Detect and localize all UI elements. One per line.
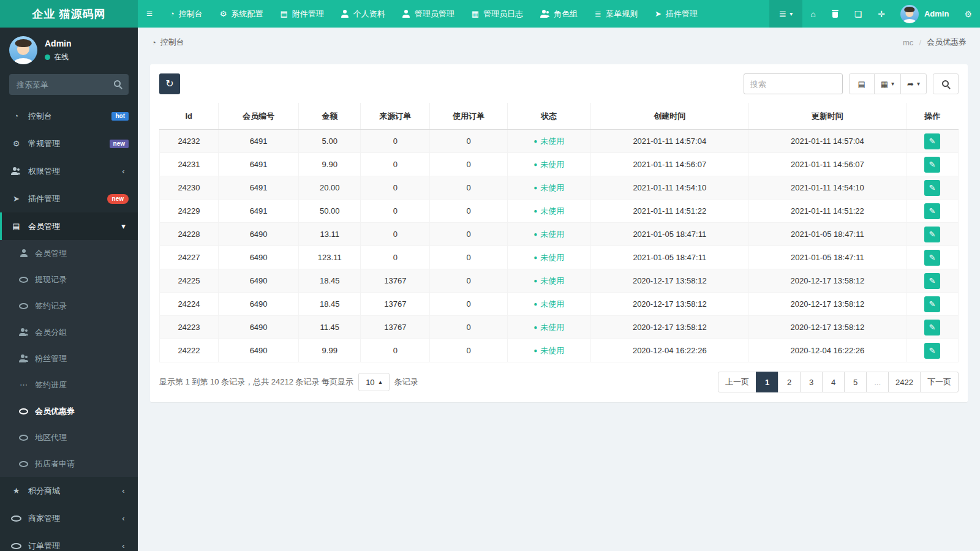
- cell-member_no: 6491: [218, 153, 298, 176]
- brand-logo[interactable]: 企业 猫源码网: [0, 0, 138, 28]
- edit-button[interactable]: ✎: [924, 250, 940, 266]
- pencil-icon: ✎: [929, 323, 936, 331]
- edit-button[interactable]: ✎: [924, 157, 940, 173]
- document-button[interactable]: ❏: [846, 0, 870, 28]
- breadcrumb-home[interactable]: ◔ 控制台: [151, 37, 184, 48]
- sidebar-subitem-label: 签约进度: [35, 380, 67, 391]
- cell-member_no: 6490: [218, 293, 298, 316]
- expand-button[interactable]: ✛: [870, 0, 893, 28]
- edit-button[interactable]: ✎: [924, 227, 940, 242]
- user-icon: [19, 249, 28, 257]
- nav-item-system-config[interactable]: ⚙系统配置: [211, 0, 272, 28]
- column-header-3[interactable]: 来源订单: [361, 103, 430, 130]
- edit-button[interactable]: ✎: [924, 296, 940, 312]
- sidebar-item-area-agent[interactable]: 地区代理: [0, 424, 138, 451]
- sidebar-subitem-label: 提现记录: [35, 274, 67, 285]
- column-header-0[interactable]: Id: [160, 103, 219, 130]
- cell-actions: ✎: [907, 339, 959, 362]
- sidebar-item-member-group[interactable]: 会员分组: [0, 319, 138, 345]
- pagination-page-2[interactable]: 2: [778, 372, 801, 392]
- cell-status: ●未使用: [507, 269, 590, 293]
- column-header-1[interactable]: 会员编号: [218, 103, 298, 130]
- export-button[interactable]: ➦▾: [900, 73, 927, 94]
- table-search-input[interactable]: [744, 73, 843, 94]
- submenu-member: 会员管理提现记录签约记录会员分组粉丝管理⋯签约进度会员优惠券地区代理拓店者申请: [0, 240, 138, 477]
- sidebar-item-member-manage[interactable]: 会员管理: [0, 240, 138, 266]
- pagination-page-3[interactable]: 3: [800, 372, 823, 392]
- pencil-icon: ✎: [929, 137, 936, 145]
- cell-use_order: 0: [430, 293, 507, 316]
- column-header-2[interactable]: 金额: [299, 103, 361, 130]
- column-header-5[interactable]: 状态: [507, 103, 590, 130]
- column-header-8[interactable]: 操作: [907, 103, 959, 130]
- sidebar-item-auth[interactable]: 权限管理‹: [0, 157, 138, 185]
- sidebar-item-console[interactable]: ◔控制台hot: [0, 102, 138, 130]
- pagination-next[interactable]: 下一页: [920, 372, 959, 392]
- nav-item-menu-rule[interactable]: ≣菜单规则: [586, 0, 646, 28]
- nav-item-role-group[interactable]: 角色组: [532, 0, 586, 28]
- settings-button[interactable]: ⚙: [956, 0, 980, 28]
- edit-button[interactable]: ✎: [924, 203, 940, 219]
- sidebar-item-addon[interactable]: ➤插件管理new: [0, 185, 138, 212]
- sidebar-item-shop-apply[interactable]: 拓店者申请: [0, 451, 138, 477]
- search-button[interactable]: [933, 73, 959, 94]
- paging-switch-button[interactable]: ▤: [849, 73, 875, 94]
- column-header-4[interactable]: 使用订单: [430, 103, 507, 130]
- status-label: 未使用: [540, 159, 564, 170]
- topbar-menu-dropdown[interactable]: ≣ ▾: [769, 0, 803, 28]
- nav-item-admin-manage[interactable]: 管理员管理: [394, 0, 463, 28]
- nav-item-console[interactable]: ◔控制台: [161, 0, 211, 28]
- columns-button[interactable]: ▦▾: [874, 73, 901, 94]
- sidebar-item-member-coupon[interactable]: 会员优惠券: [0, 398, 138, 424]
- badge-new: new: [107, 194, 129, 204]
- edit-button[interactable]: ✎: [924, 320, 940, 335]
- cell-actions: ✎: [907, 293, 959, 316]
- edit-button[interactable]: ✎: [924, 133, 940, 149]
- nav-item-profile[interactable]: 个人资料: [333, 0, 394, 28]
- trash-button[interactable]: [824, 0, 846, 28]
- sidebar-item-score-mall[interactable]: ★积分商城‹: [0, 477, 138, 504]
- sidebar-item-merchant[interactable]: 商家管理‹: [0, 504, 138, 532]
- sidebar-item-general[interactable]: ⚙常规管理new: [0, 130, 138, 157]
- sidebar-item-member[interactable]: ▤会员管理▾: [0, 212, 138, 240]
- status-label: 未使用: [540, 136, 564, 147]
- sidebar-item-label: 商家管理: [28, 513, 111, 524]
- gears-icon: ⚙: [964, 10, 972, 18]
- sidebar-item-label: 权限管理: [28, 166, 111, 177]
- nav-item-admin-log[interactable]: ▦管理员日志: [463, 0, 532, 28]
- table-row: 24229649150.0000●未使用2021-01-11 14:51:222…: [160, 200, 959, 223]
- user-menu[interactable]: Admin: [893, 0, 956, 28]
- sidebar-search-input[interactable]: [9, 74, 129, 95]
- caret-down-icon: ▾: [891, 81, 894, 87]
- pagination-page-4[interactable]: 4: [822, 372, 845, 392]
- cell-created_at: 2020-12-17 13:58:12: [590, 269, 748, 293]
- pagination-prev[interactable]: 上一页: [718, 372, 756, 392]
- home-button[interactable]: ⌂: [802, 0, 823, 28]
- cell-updated_at: 2020-12-17 13:58:12: [748, 269, 907, 293]
- cell-id: 24230: [160, 176, 219, 200]
- nav-item-label: 附件管理: [292, 9, 324, 20]
- pagination-page-5[interactable]: 5: [844, 372, 867, 392]
- page-size-dropdown[interactable]: 10 ▴: [358, 373, 390, 391]
- sidebar-item-order[interactable]: 订单管理‹: [0, 532, 138, 551]
- cell-amount: 13.11: [299, 223, 361, 246]
- column-header-6[interactable]: 创建时间: [590, 103, 748, 130]
- edit-button[interactable]: ✎: [924, 273, 940, 289]
- sidebar-item-sign-progress[interactable]: ⋯签约进度: [0, 372, 138, 398]
- nav-item-attachment[interactable]: ▤附件管理: [271, 0, 332, 28]
- cell-id: 24223: [160, 316, 219, 339]
- sidebar-item-sign-record[interactable]: 签约记录: [0, 293, 138, 319]
- nav-item-plugin-manage[interactable]: ➤插件管理: [646, 0, 706, 28]
- cell-status: ●未使用: [507, 176, 590, 200]
- cell-source_order: 0: [361, 153, 430, 176]
- sidebar-item-withdraw-record[interactable]: 提现记录: [0, 266, 138, 293]
- sidebar-item-fans-manage[interactable]: 粉丝管理: [0, 345, 138, 372]
- refresh-button[interactable]: ↻: [159, 73, 180, 94]
- column-header-7[interactable]: 更新时间: [748, 103, 907, 130]
- edit-button[interactable]: ✎: [924, 180, 940, 196]
- pencil-icon: ✎: [929, 230, 936, 238]
- sidebar-toggle-button[interactable]: ≡: [138, 0, 161, 28]
- edit-button[interactable]: ✎: [924, 343, 940, 359]
- pagination-page-1[interactable]: 1: [756, 372, 778, 392]
- pagination-page-2422[interactable]: 2422: [888, 372, 921, 392]
